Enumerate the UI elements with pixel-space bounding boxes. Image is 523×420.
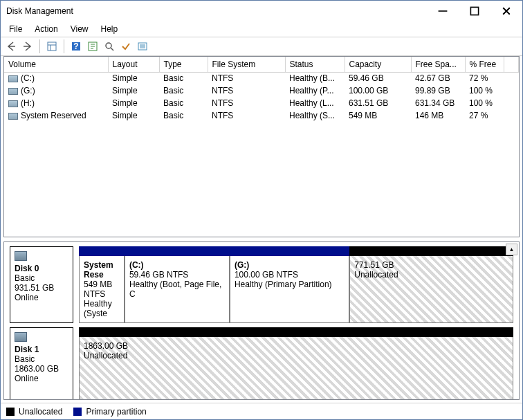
toolbar-separator [64,39,64,53]
table-cell: NTFS [208,72,285,84]
partition-size: 1863.00 GB [84,341,128,351]
partition-box[interactable]: 771.51 GBUnallocated [349,256,513,323]
disk-info[interactable]: Disk 1Basic1863.00 GBOnline [10,327,73,400]
disk-info[interactable]: Disk 0Basic931.51 GBOnline [10,246,73,323]
disk-management-window: Disk Management File Action View Help ? [0,0,523,420]
table-cell: NTFS [208,97,285,109]
partition-size: 59.46 GB NTFS [129,270,188,280]
menu-view[interactable]: View [65,23,94,35]
partition-cap [79,246,513,256]
volume-name: System Reserved [21,111,86,120]
table-cell: 72 % [465,72,504,84]
disk-name: Disk 0 [15,264,68,273]
partition-box[interactable]: (C:)59.46 GB NTFSHealthy (Boot, Page Fil… [125,256,230,323]
table-cell: Simple [108,84,159,97]
partition-status: Unallocated [354,270,398,280]
volume-name: (H:) [21,98,35,108]
partition-status: Healthy (Boot, Page File, C [129,280,221,299]
partition-boxes: 1863.00 GBUnallocated [79,337,513,400]
toolbar: ? [1,37,522,56]
help-button[interactable]: ? [68,39,84,54]
disk-row: Disk 1Basic1863.00 GBOnline1863.00 GBUna… [10,327,513,400]
partition-strip: 1863.00 GBUnallocated [79,327,513,400]
maximize-button[interactable] [459,1,490,21]
partition-boxes: System Rese549 MB NTFSHealthy (Syste(C:)… [79,256,513,323]
partition-size: 771.51 GB [354,260,394,270]
cap-segment [125,246,230,256]
table-cell: 549 MB [345,109,411,122]
volume-icon [8,75,18,82]
table-cell: 42.67 GB [411,72,465,84]
minimize-icon [437,6,448,17]
cap-segment [79,246,125,256]
table-row[interactable]: System ReservedSimpleBasicNTFSHealthy (S… [4,109,519,122]
tree-icon [46,41,57,52]
column-header-filesystem[interactable]: File System [208,57,285,72]
table-cell: System Reserved [4,109,108,122]
column-header-capacity[interactable]: Capacity [345,57,411,72]
content-area: Volume Layout Type File System Status Ca… [1,56,522,403]
graphical-view[interactable]: ▲ Disk 0Basic931.51 GBOnlineSystem Rese5… [3,241,520,400]
column-header-pctfree[interactable]: % Free [465,57,504,72]
partition-name: (C:) [129,260,225,270]
svg-text:?: ? [73,42,78,51]
back-button[interactable] [3,39,19,54]
disk-status: Online [15,374,68,383]
column-header-type[interactable]: Type [159,57,208,72]
table-cell: Simple [108,97,159,109]
scroll-up-button[interactable]: ▲ [506,244,517,255]
minimize-button[interactable] [427,1,459,21]
table-cell: 99.89 GB [411,84,465,97]
column-header-free[interactable]: Free Spa... [411,57,465,72]
menubar: File Action View Help [1,21,522,37]
table-cell: 100 % [465,97,504,109]
disk-icon [15,332,27,342]
forward-button[interactable] [20,39,35,54]
partition-box[interactable]: (G:)100.00 GB NTFSHealthy (Primary Parti… [230,256,349,323]
column-header-row: Volume Layout Type File System Status Ca… [4,57,519,72]
table-cell: Basic [159,97,208,109]
menu-file[interactable]: File [3,23,28,35]
partition-status: Unallocated [84,351,127,360]
table-row[interactable]: (G:)SimpleBasicNTFSHealthy (P...100.00 G… [4,84,519,97]
refresh-button[interactable] [85,39,100,54]
refresh-icon [87,41,98,52]
table-cell [504,97,519,109]
cap-segment [230,246,349,256]
list-icon [137,41,148,52]
table-cell: Simple [108,72,159,84]
toolbar-separator [39,39,40,53]
apply-button[interactable] [118,39,134,54]
table-cell: NTFS [208,109,285,122]
disk-type: Basic [15,354,68,364]
volume-name: (C:) [21,73,35,83]
column-header-layout[interactable]: Layout [108,57,159,72]
column-header-status[interactable]: Status [285,57,345,72]
table-cell: (H:) [4,97,108,109]
close-button[interactable] [490,1,522,21]
disk-type: Basic [15,273,68,283]
menu-help[interactable]: Help [95,23,124,35]
titlebar: Disk Management [1,1,522,21]
menu-action[interactable]: Action [29,23,63,35]
table-row[interactable]: (C:)SimpleBasicNTFSHealthy (B...59.46 GB… [4,72,519,84]
magnifier-icon [104,41,115,52]
svg-point-5 [106,43,111,48]
legend-unallocated: Unallocated [6,407,62,417]
table-cell: NTFS [208,84,285,97]
volume-icon [8,88,18,95]
arrow-right-icon [22,41,33,52]
table-cell: 631.51 GB [345,97,411,109]
rescan-button[interactable] [102,39,117,54]
volume-list[interactable]: Volume Layout Type File System Status Ca… [3,56,520,237]
partition-name: System Rese [84,260,120,280]
partition-box[interactable]: System Rese549 MB NTFSHealthy (Syste [79,256,125,323]
show-hide-tree-button[interactable] [44,39,59,54]
check-icon [120,41,131,52]
column-header-volume[interactable]: Volume [4,57,108,72]
table-row[interactable]: (H:)SimpleBasicNTFSHealthy (L...631.51 G… [4,97,519,109]
settings-button[interactable] [135,39,150,54]
table-cell: 146 MB [411,109,465,122]
partition-box[interactable]: 1863.00 GBUnallocated [79,337,513,400]
table-cell: 27 % [465,109,504,122]
